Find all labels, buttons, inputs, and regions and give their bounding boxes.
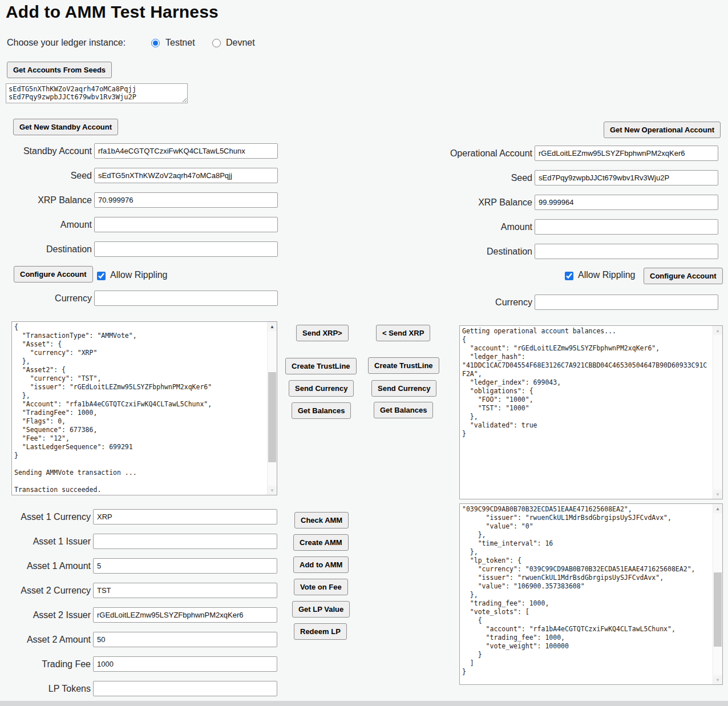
asset2-issuer-row: Asset 2 Issuer: [0, 607, 277, 623]
scroll-down-icon[interactable]: ▼: [268, 486, 277, 495]
standby-amount-input[interactable]: [94, 217, 278, 232]
ledger-instance-label: Choose your ledger instance:: [7, 38, 126, 48]
standby-xrp-balance-label: XRP Balance: [0, 195, 92, 205]
testnet-radio-label[interactable]: Testnet: [165, 38, 195, 48]
asset1-currency-input[interactable]: [93, 509, 277, 525]
standby-destination-input[interactable]: [94, 241, 278, 257]
standby-destination-row: Destination: [0, 241, 278, 257]
operational-send-currency-button[interactable]: Send Currency: [371, 380, 436, 397]
operational-seed-input[interactable]: [535, 170, 718, 185]
standby-seed-label: Seed: [0, 171, 92, 181]
scroll-down-icon[interactable]: ▼: [713, 675, 722, 684]
create-amm-button[interactable]: Create AMM: [293, 534, 349, 551]
asset1-amount-row: Asset 1 Amount: [0, 558, 277, 574]
amm-test-harness-page: Add to AMM Test Harness Choose your ledg…: [0, 0, 728, 706]
standby-account-input[interactable]: [94, 143, 278, 159]
devnet-radio-label[interactable]: Devnet: [226, 38, 255, 48]
operational-currency-input[interactable]: [535, 294, 718, 310]
standby-amount-label: Amount: [0, 220, 92, 230]
testnet-radio[interactable]: [151, 39, 160, 47]
operational-amount-label: Amount: [440, 222, 532, 232]
amm-results-textarea[interactable]: "039C99CD9AB0B70B32ECDA51EAAE471625608EA…: [459, 503, 723, 685]
asset2-amount-input[interactable]: [93, 632, 277, 647]
add-to-amm-button[interactable]: Add to AMM: [293, 556, 349, 573]
standby-account-row: Standby Account: [0, 143, 278, 159]
standby-currency-input[interactable]: [94, 291, 278, 306]
operational-account-row: Operational Account: [440, 146, 718, 161]
standby-get-balances-button[interactable]: Get Balances: [292, 402, 351, 419]
vote-on-fee-button[interactable]: Vote on Fee: [294, 579, 348, 595]
page-title: Add to AMM Test Harness: [6, 2, 219, 22]
amm-results-scrollbar[interactable]: ▲ ▼: [713, 504, 722, 684]
get-new-standby-account-button[interactable]: Get New Standby Account: [13, 119, 118, 135]
standby-send-currency-button[interactable]: Send Currency: [289, 380, 354, 397]
standby-destination-label: Destination: [0, 244, 92, 255]
lp-tokens-row: LP Tokens: [0, 681, 277, 696]
asset1-currency-row: Asset 1 Currency: [0, 509, 277, 525]
scroll-up-icon[interactable]: ▲: [713, 504, 722, 513]
seeds-textarea[interactable]: sEdTG5nXThKWZoV2aqrh47oMCa8Pqjj sEd7Pqy9…: [6, 83, 188, 103]
operational-seed-row: Seed: [440, 170, 718, 185]
standby-currency-row: Currency: [0, 291, 278, 306]
operational-results-textarea[interactable]: Getting operational account balances... …: [459, 325, 723, 499]
asset1-amount-input[interactable]: [93, 558, 277, 574]
asset2-issuer-label: Asset 2 Issuer: [0, 610, 91, 620]
asset2-issuer-input[interactable]: [93, 607, 277, 623]
operational-destination-row: Destination: [440, 244, 718, 259]
get-new-operational-account-button[interactable]: Get New Operational Account: [604, 122, 721, 138]
operational-account-label: Operational Account: [440, 148, 532, 159]
operational-account-input[interactable]: [535, 146, 718, 161]
scroll-up-icon[interactable]: ▲: [268, 322, 277, 331]
asset1-issuer-label: Asset 1 Issuer: [0, 536, 91, 547]
operational-xrp-balance-label: XRP Balance: [440, 197, 532, 208]
devnet-radio[interactable]: [212, 39, 221, 47]
operational-amount-row: Amount: [440, 219, 718, 235]
trading-fee-label: Trading Fee: [0, 659, 91, 669]
operational-seed-label: Seed: [440, 173, 532, 183]
standby-allow-rippling-label[interactable]: Allow Rippling: [110, 270, 168, 280]
redeem-lp-button[interactable]: Redeem LP: [294, 623, 347, 640]
standby-account-label: Standby Account: [0, 146, 92, 156]
trading-fee-input[interactable]: [93, 656, 277, 672]
get-lp-value-button[interactable]: Get LP Value: [292, 601, 350, 618]
scrollbar-thumb[interactable]: [714, 572, 722, 647]
operational-currency-label: Currency: [440, 297, 532, 308]
standby-allow-rippling-checkbox[interactable]: [97, 272, 106, 280]
operational-currency-row: Currency: [440, 294, 718, 310]
operational-configure-account-button[interactable]: Configure Account: [644, 268, 723, 284]
asset1-amount-label: Asset 1 Amount: [0, 561, 91, 571]
standby-xrp-balance-row: XRP Balance: [0, 192, 278, 208]
asset1-currency-label: Asset 1 Currency: [0, 512, 91, 522]
asset2-amount-row: Asset 2 Amount: [0, 632, 277, 647]
standby-seed-row: Seed: [0, 168, 278, 183]
operational-get-balances-button[interactable]: Get Balances: [374, 402, 433, 418]
operational-destination-label: Destination: [440, 247, 532, 257]
operational-xrp-balance-row: XRP Balance: [440, 195, 718, 210]
get-accounts-from-seeds-button[interactable]: Get Accounts From Seeds: [7, 62, 112, 78]
standby-configure-account-button[interactable]: Configure Account: [14, 266, 93, 283]
operational-results-scrollbar[interactable]: ▲ ▼: [713, 326, 722, 499]
standby-create-trustline-button[interactable]: Create TrustLine: [285, 358, 357, 374]
standby-results-textarea[interactable]: { "TransactionType": "AMMVote", "Asset":…: [11, 321, 277, 495]
asset2-amount-label: Asset 2 Amount: [0, 635, 91, 645]
check-amm-button[interactable]: Check AMM: [294, 512, 349, 529]
operational-xrp-balance-input[interactable]: [535, 195, 718, 210]
operational-create-trustline-button[interactable]: Create TrustLine: [368, 357, 439, 374]
standby-results-scrollbar[interactable]: ▲ ▼: [267, 322, 277, 495]
lp-tokens-input[interactable]: [93, 681, 277, 696]
scroll-down-icon[interactable]: ▼: [713, 490, 722, 499]
operational-destination-input[interactable]: [535, 244, 718, 259]
lp-tokens-label: LP Tokens: [0, 684, 91, 694]
operational-amount-input[interactable]: [535, 219, 718, 235]
standby-seed-input[interactable]: [94, 168, 278, 183]
operational-allow-rippling-label[interactable]: Allow Rippling: [578, 270, 636, 280]
scroll-up-icon[interactable]: ▲: [713, 326, 722, 335]
scrollbar-thumb[interactable]: [268, 372, 276, 462]
standby-xrp-balance-input[interactable]: [94, 192, 278, 208]
asset1-issuer-input[interactable]: [93, 534, 277, 549]
send-xrp-to-standby-button[interactable]: < Send XRP: [376, 325, 430, 341]
send-xrp-to-operational-button[interactable]: Send XRP>: [296, 325, 349, 341]
standby-currency-label: Currency: [0, 293, 92, 304]
operational-allow-rippling-checkbox[interactable]: [565, 272, 573, 280]
asset2-currency-input[interactable]: [93, 583, 277, 598]
